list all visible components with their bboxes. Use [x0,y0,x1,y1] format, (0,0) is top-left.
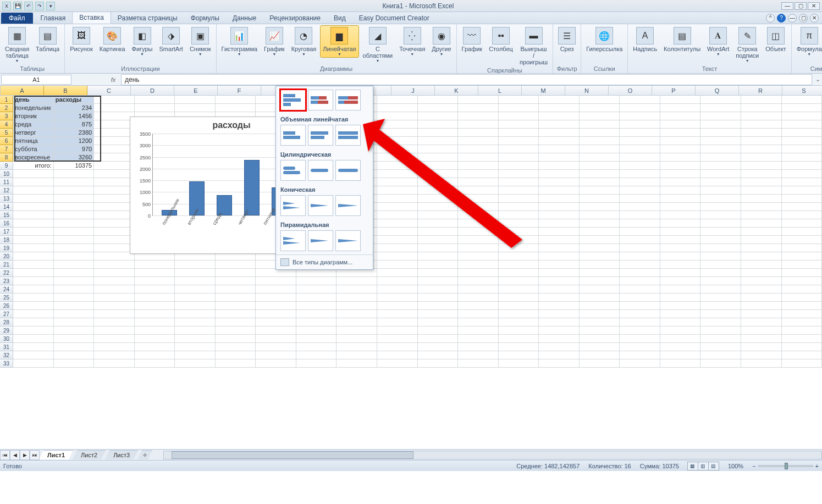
cell[interactable] [458,310,499,318]
row-header[interactable]: 29 [0,326,13,335]
cell[interactable] [458,96,499,104]
row-header[interactable]: 13 [0,195,13,203]
cell[interactable] [539,244,580,252]
cell[interactable] [458,219,499,228]
cell[interactable] [458,129,499,137]
cell[interactable] [418,228,459,236]
row-header[interactable]: 2 [0,104,13,112]
cell[interactable] [580,252,620,261]
cell[interactable] [296,318,337,326]
cell[interactable] [620,252,660,261]
cell[interactable] [620,310,660,318]
cell[interactable] [539,285,580,293]
cell[interactable] [620,178,660,186]
cell[interactable] [499,351,539,359]
cell[interactable] [539,269,580,277]
cell[interactable] [700,203,741,211]
row-header[interactable]: 14 [0,203,13,211]
cell[interactable] [700,170,741,178]
cell[interactable] [458,195,499,203]
cell[interactable]: 10375 [54,162,95,170]
cell[interactable] [54,277,95,285]
cell[interactable] [377,310,418,318]
cell[interactable] [13,219,54,228]
zoom-in-button[interactable]: + [815,463,819,469]
cell[interactable] [741,318,782,326]
column-header[interactable]: J [391,86,435,95]
sheet-nav-next[interactable]: ▶ [20,450,30,460]
cell[interactable] [13,195,54,203]
row-header[interactable]: 23 [0,277,13,285]
horizontal-scrollbar[interactable] [163,451,822,459]
cell[interactable] [458,104,499,112]
cell[interactable] [580,112,620,120]
cell[interactable]: 234 [54,104,95,112]
cell[interactable] [539,178,580,186]
column-header[interactable]: R [739,86,782,95]
cell[interactable] [418,285,459,293]
cell[interactable] [539,343,580,351]
cell[interactable] [418,195,459,203]
cell[interactable] [782,244,823,252]
cell[interactable] [54,170,95,178]
cell[interactable] [741,219,782,228]
cell[interactable] [782,112,823,120]
cell[interactable] [296,326,337,335]
cell[interactable] [458,335,499,343]
cell[interactable] [94,302,135,310]
cell[interactable] [741,351,782,359]
cell[interactable] [620,195,660,203]
cell[interactable] [700,326,741,335]
cell[interactable] [580,351,620,359]
cell[interactable] [580,269,620,277]
cell[interactable] [216,343,256,351]
cell[interactable] [458,244,499,252]
tab-easy-doc[interactable]: Easy Document Creator [352,13,436,24]
screenshot-button[interactable]: ▣Снимок▼ [187,25,214,58]
cell[interactable] [418,261,459,269]
cell[interactable] [700,112,741,120]
sparkline-column-button[interactable]: ▪▪Столбец [486,25,516,54]
clustered-bar-option[interactable] [280,90,306,110]
cell[interactable] [580,153,620,162]
cell[interactable] [54,359,95,368]
cell[interactable] [216,261,256,269]
cell[interactable] [336,326,377,335]
cell[interactable]: суббота [13,145,54,153]
cell[interactable] [458,145,499,153]
cell[interactable] [539,96,580,104]
cell[interactable] [458,277,499,285]
row-header[interactable]: 17 [0,228,13,236]
cell[interactable] [94,104,135,112]
cell[interactable] [94,162,135,170]
cell[interactable] [782,195,823,203]
cell[interactable] [539,326,580,335]
cell[interactable] [700,285,741,293]
cell[interactable] [539,112,580,120]
cell[interactable] [54,261,95,269]
tab-insert[interactable]: Вставка [72,12,111,24]
cell[interactable] [458,162,499,170]
cell[interactable] [418,137,459,145]
cell[interactable] [700,228,741,236]
cell[interactable] [377,326,418,335]
cell[interactable]: день [13,96,54,104]
cell[interactable] [216,277,256,285]
cell[interactable] [782,170,823,178]
cell[interactable] [499,236,539,244]
cell[interactable] [216,104,256,112]
cell[interactable] [336,310,377,318]
cell[interactable] [458,170,499,178]
zoom-out-button[interactable]: − [752,463,755,469]
cell[interactable] [660,285,701,293]
row-header[interactable]: 28 [0,318,13,326]
cell[interactable] [336,285,377,293]
cell[interactable] [700,178,741,186]
pyramid-100-option[interactable] [335,230,361,251]
cell[interactable] [296,335,337,343]
cell[interactable] [377,285,418,293]
cell[interactable] [418,277,459,285]
cell[interactable] [13,351,54,359]
cell[interactable] [175,343,216,351]
cell[interactable] [660,112,701,120]
